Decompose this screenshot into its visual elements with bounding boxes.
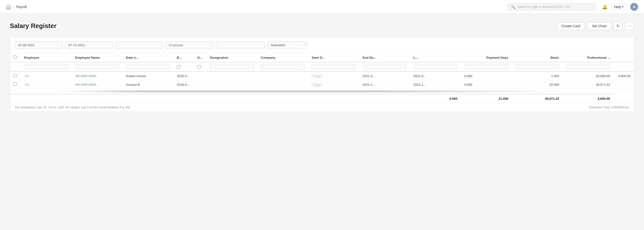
table-row[interactable]: -00... HR-EMP-0009... Ananya B 2016-0...… [10, 80, 634, 89]
filter-designation-input[interactable] [210, 64, 254, 70]
report-footer: For comparison, use >5, <10 or =324. For… [10, 103, 634, 112]
col-checkbox [10, 53, 21, 62]
currency-input[interactable] [216, 41, 265, 49]
search-icon: 🔍 [511, 5, 515, 9]
filter-cell-payment-days [461, 62, 512, 72]
filter-company-input[interactable] [261, 64, 305, 70]
refresh-button[interactable]: ↻ [614, 22, 622, 30]
row-end: 2021-0... [410, 72, 461, 80]
row-checkbox-cell [10, 72, 21, 80]
row-checkbox-cell [10, 80, 21, 89]
row-l: 0.000 [461, 80, 512, 89]
help-menu[interactable]: Help ▾ [611, 4, 626, 10]
totals-empty-9 [308, 94, 359, 103]
col-b: B... [173, 53, 194, 62]
col-date-of: Date o... [122, 53, 174, 62]
row-b [194, 72, 206, 80]
row-company: Frappe [308, 72, 359, 80]
totals-empty-1 [10, 94, 21, 103]
filter-cell-professional [562, 62, 614, 72]
table-filter-row [10, 62, 634, 72]
filter-cell-b [173, 62, 194, 72]
filter-b-checkbox[interactable] [177, 65, 180, 69]
totals-l: 0.000 [410, 94, 461, 103]
notification-bell-icon[interactable]: 🔔 [602, 4, 607, 9]
col-payment-days: Payment Days [461, 53, 512, 62]
create-card-button[interactable]: Create Card [557, 22, 585, 30]
filter-basic-input[interactable] [515, 64, 559, 70]
employee-input[interactable] [166, 41, 214, 49]
date-from-input[interactable] [15, 41, 63, 49]
report-container: Submitted Draft Cancelled ⌃ Employee Emp… [10, 37, 634, 112]
filter-date-input[interactable] [126, 64, 170, 70]
row-checkbox[interactable] [14, 74, 17, 77]
select-all-checkbox[interactable] [14, 56, 17, 59]
filter-cell-date [122, 62, 174, 72]
page-title: Salary Register [10, 22, 56, 30]
col-d: D... [194, 53, 206, 62]
set-chart-button[interactable]: Set Chart [588, 22, 611, 30]
brand-logo[interactable] [6, 4, 11, 9]
row-company: Frappe [308, 80, 359, 89]
row-payment-days: 1.000 [512, 72, 563, 80]
filter-professional-input[interactable] [566, 64, 610, 70]
col-basic: Basic [512, 53, 563, 62]
col-start-date: Start D... [308, 53, 359, 62]
row-d [206, 80, 258, 89]
totals-professional: 4,600.00 [562, 94, 614, 103]
filter-employee-name-input[interactable] [75, 64, 119, 70]
date-to-input[interactable] [65, 41, 113, 49]
more-options-button[interactable]: ⋯ [625, 22, 634, 30]
filter-cell-basic [512, 62, 563, 72]
totals-empty-10 [359, 94, 410, 103]
filter-hint: For comparison, use >5, <10 or =324. For… [15, 106, 130, 109]
col-l: L... [410, 53, 461, 62]
filter-employee-input[interactable] [24, 64, 68, 70]
execution-time: Execution Time: 0.005939 sec [589, 106, 629, 109]
totals-empty-7 [206, 94, 258, 103]
salary-register-table: Employee Employee Name Date o... B... D.… [10, 53, 634, 103]
row-designation [257, 80, 308, 89]
col-end-date: End Da... [359, 53, 410, 62]
filter-d-checkbox[interactable] [198, 65, 201, 69]
filter-cell-designation [206, 62, 258, 72]
table-scroll-container[interactable]: Employee Employee Name Date o... B... D.… [10, 53, 634, 103]
company-input[interactable] [116, 41, 163, 49]
row-end: 2021-1... [410, 80, 461, 89]
row-checkbox[interactable] [14, 83, 17, 86]
chevron-down-icon: ▾ [622, 5, 624, 8]
row-b [194, 80, 206, 89]
col-company: Company [257, 53, 308, 62]
breadcrumb-payroll[interactable]: Payroll [16, 5, 27, 9]
row-employee: HR-EMP-0000... [72, 72, 122, 80]
row-basic: 20,000.00 [562, 72, 614, 80]
horizontal-scrollbar[interactable] [30, 90, 594, 92]
filter-payment-days-input[interactable] [464, 64, 508, 70]
status-select[interactable]: Submitted Draft Cancelled [268, 41, 307, 49]
topnav-right: 🔔 Help ▾ A [602, 3, 638, 11]
avatar[interactable]: A [630, 3, 638, 11]
totals-empty-4 [122, 94, 174, 103]
table-row[interactable]: -00... HR-EMP-0000... Robert House 2020-… [10, 72, 634, 80]
row-date-of: 2020-0... [173, 72, 194, 80]
filter-cell-employee [21, 62, 72, 72]
filter-cell-company [257, 62, 308, 72]
filter-l-input[interactable] [413, 64, 458, 70]
row-id-short: -00... [21, 80, 72, 89]
totals-empty-3 [72, 94, 122, 103]
col-designation: Designation [206, 53, 258, 62]
scroll-indicator-row [10, 89, 634, 94]
col-employee-name: Employee Name [72, 53, 122, 62]
filter-cell-end [359, 62, 410, 72]
row-professional [614, 80, 634, 89]
avatar-initial: A [633, 5, 636, 9]
help-label: Help [614, 5, 621, 9]
search-bar[interactable]: 🔍 Search or type a command (Ctrl + G) [507, 3, 596, 10]
filter-start-input[interactable] [312, 64, 356, 70]
filter-end-input[interactable] [362, 64, 407, 70]
row-designation [257, 72, 308, 80]
row-employee: HR-EMP-0009... [72, 80, 122, 89]
row-date-of: 2016-0... [173, 80, 194, 89]
col-employee: Employee [21, 53, 72, 62]
row-start: 2021-0... [359, 72, 410, 80]
